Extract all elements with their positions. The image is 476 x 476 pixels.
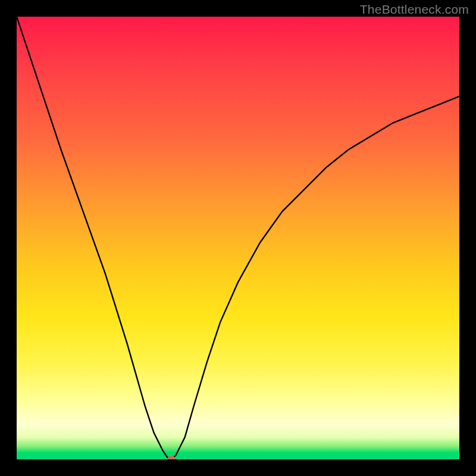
plot-area: [17, 17, 459, 459]
watermark-label: TheBottleneck.com: [360, 2, 469, 17]
optimal-point-marker: [167, 456, 176, 459]
bottleneck-curve: [17, 17, 459, 459]
chart-frame: TheBottleneck.com: [0, 0, 476, 476]
curve-path: [17, 17, 459, 459]
